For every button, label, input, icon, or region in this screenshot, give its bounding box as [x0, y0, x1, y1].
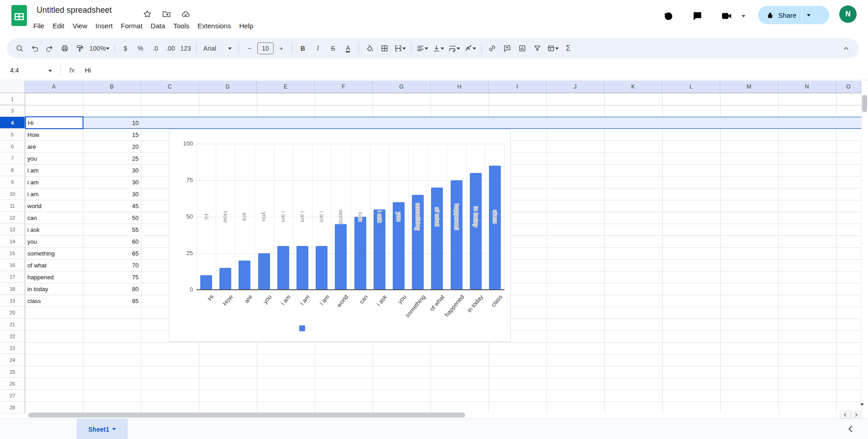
row-header-13[interactable]: 13	[0, 224, 25, 235]
column-header-E[interactable]: E	[257, 81, 315, 93]
column-header-K[interactable]: K	[604, 81, 662, 93]
menu-item-data[interactable]: Data	[146, 21, 169, 31]
embedded-chart[interactable]: 0255075100HiHowareyoui ami ami amworldca…	[169, 129, 511, 342]
italic-button[interactable]: I	[311, 41, 325, 56]
column-header-M[interactable]: M	[720, 81, 778, 93]
insert-comment-button[interactable]	[500, 41, 515, 56]
cell-A12[interactable]: can	[25, 212, 83, 224]
cell-B19[interactable]: 85	[83, 295, 141, 307]
cell-A7[interactable]: you	[25, 152, 83, 164]
row-header-8[interactable]: 8	[0, 164, 25, 176]
cell-A15[interactable]: something	[25, 247, 83, 259]
increase-decimals-button[interactable]: .00	[163, 41, 178, 56]
vertical-align-button[interactable]	[431, 41, 446, 56]
meet-dropdown-caret[interactable]	[742, 15, 745, 17]
collapse-panel-chevron-icon[interactable]	[845, 423, 856, 434]
cell-A8[interactable]: i am	[25, 164, 83, 176]
row-header-25[interactable]: 25	[0, 366, 25, 378]
cell-A19[interactable]: class	[25, 295, 83, 307]
create-filter-button[interactable]	[530, 41, 545, 56]
cell-A18[interactable]: in today	[25, 283, 83, 295]
cell-A5[interactable]: How	[25, 129, 83, 141]
avatar[interactable]: N	[839, 5, 857, 23]
font-select[interactable]: Arial	[200, 41, 235, 56]
row-header-14[interactable]: 14	[0, 235, 25, 247]
column-header-F[interactable]: F	[315, 81, 373, 93]
row-header-9[interactable]: 9	[0, 176, 25, 188]
cell-B11[interactable]: 45	[83, 200, 141, 212]
row-header-23[interactable]: 23	[0, 342, 25, 354]
column-header-D[interactable]: D	[199, 81, 257, 93]
fill-color-button[interactable]	[362, 41, 377, 56]
vertical-scrollbar-thumb[interactable]	[862, 95, 867, 112]
row-header-21[interactable]: 21	[0, 319, 25, 330]
cell-B18[interactable]: 80	[83, 283, 141, 295]
all-sheets-button[interactable]	[47, 424, 58, 435]
cell-A13[interactable]: i ask	[25, 224, 83, 235]
cell-B17[interactable]: 75	[83, 271, 141, 283]
cell-B5[interactable]: 15	[83, 129, 141, 141]
cell-B12[interactable]: 50	[83, 212, 141, 224]
column-header-O[interactable]: O	[836, 81, 861, 93]
column-header-I[interactable]: I	[489, 81, 546, 93]
menu-item-insert[interactable]: Insert	[91, 21, 117, 31]
menu-item-format[interactable]: Format	[117, 21, 147, 31]
active-cell-A4[interactable]: Hi	[25, 116, 83, 129]
print-button[interactable]	[57, 41, 72, 56]
table-views-button[interactable]	[545, 41, 561, 56]
row-header-4[interactable]: 4	[0, 117, 25, 129]
row-header-19[interactable]: 19	[0, 295, 25, 307]
move-folder-icon[interactable]	[162, 10, 171, 19]
cell-A9[interactable]: i am	[25, 176, 83, 188]
column-header-A[interactable]: A	[25, 81, 83, 93]
zoom-select[interactable]: 100%	[88, 41, 111, 56]
cell-B15[interactable]: 65	[83, 247, 141, 259]
strikethrough-button[interactable]: S	[326, 41, 340, 56]
row-header-15[interactable]: 15	[0, 247, 25, 259]
row-header-7[interactable]: 7	[0, 152, 25, 164]
cell-B16[interactable]: 70	[83, 259, 141, 271]
sheet-tab-sheet1[interactable]: Sheet1	[77, 419, 128, 439]
name-box[interactable]: 4:4	[0, 61, 59, 80]
cell-A14[interactable]: you	[25, 235, 83, 247]
version-history-icon[interactable]	[662, 10, 674, 22]
row-header-6[interactable]: 6	[0, 141, 25, 152]
comments-icon[interactable]	[691, 10, 703, 22]
cell-B6[interactable]: 20	[83, 141, 141, 152]
cell-A6[interactable]: are	[25, 141, 83, 152]
row-header-27[interactable]: 27	[0, 390, 25, 402]
row-header-10[interactable]: 10	[0, 188, 25, 200]
decrease-font-size-button[interactable]: −	[242, 41, 257, 56]
row-header-5[interactable]: 5	[0, 129, 25, 141]
cell-B14[interactable]: 60	[83, 235, 141, 247]
meet-camera-icon[interactable]	[721, 10, 733, 22]
text-rotation-button[interactable]	[463, 41, 478, 56]
more-formats-button[interactable]: 123	[178, 41, 193, 56]
menu-item-file[interactable]: File	[29, 21, 48, 31]
functions-button[interactable]: Σ	[561, 41, 576, 56]
cell-A11[interactable]: world	[25, 200, 83, 212]
font-size-input[interactable]: 10	[257, 42, 274, 54]
cloud-status-icon[interactable]	[181, 10, 190, 19]
row-header-18[interactable]: 18	[0, 283, 25, 295]
insert-chart-button[interactable]	[515, 41, 530, 56]
column-header-H[interactable]: H	[431, 81, 489, 93]
row-header-26[interactable]: 26	[0, 378, 25, 390]
row-header-17[interactable]: 17	[0, 271, 25, 283]
cell-A17[interactable]: happened	[25, 271, 83, 283]
row-header-1[interactable]: 1	[0, 93, 25, 105]
menu-item-view[interactable]: View	[68, 21, 91, 31]
column-header-L[interactable]: L	[662, 81, 720, 93]
scroll-right-button[interactable]	[851, 411, 861, 418]
column-header-C[interactable]: C	[141, 81, 199, 93]
cell-B9[interactable]: 30	[83, 176, 141, 188]
menu-item-tools[interactable]: Tools	[169, 21, 193, 31]
row-header-24[interactable]: 24	[0, 354, 25, 366]
format-percent-button[interactable]: %	[133, 41, 148, 56]
undo-button[interactable]	[27, 41, 42, 56]
row-header-12[interactable]: 12	[0, 212, 25, 224]
redo-button[interactable]	[42, 41, 57, 56]
increase-font-size-button[interactable]: +	[274, 41, 289, 56]
paint-format-button[interactable]	[73, 41, 87, 56]
vertical-scrollbar-track[interactable]	[861, 81, 868, 412]
